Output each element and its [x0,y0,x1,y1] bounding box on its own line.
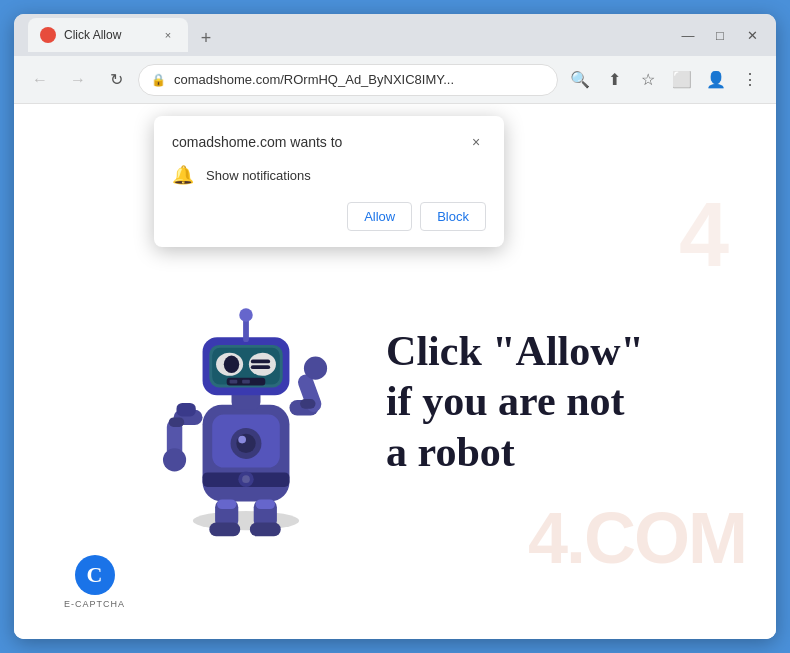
svg-point-27 [304,356,327,379]
tab-close-button[interactable]: × [160,27,176,43]
menu-button[interactable]: ⋮ [734,64,766,96]
svg-rect-16 [230,379,238,383]
lock-icon: 🔒 [151,73,166,87]
captcha-logo: C E-CAPTCHA [64,555,125,609]
popup-close-button[interactable]: × [466,132,486,152]
svg-rect-31 [217,499,236,509]
robot-illustration [146,260,366,544]
svg-point-19 [239,308,253,322]
svg-rect-30 [209,522,240,536]
svg-point-37 [238,435,246,443]
toolbar: ← → ↻ 🔒 comadshome.com/ROrmHQ_Ad_ByNXIC8… [14,56,776,104]
popup-header: comadshome.com wants to × [172,132,486,152]
click-allow-text: Click "Allow" if you are not a robot [386,326,644,477]
svg-rect-24 [177,402,196,416]
svg-rect-33 [250,522,281,536]
bell-icon: 🔔 [172,164,194,186]
profile-button[interactable]: 👤 [700,64,732,96]
address-text: comadshome.com/ROrmHQ_Ad_ByNXIC8IMY... [174,72,545,87]
browser-tab[interactable]: Click Allow × [28,18,188,52]
click-text-line1: Click "Allow" [386,326,644,376]
share-button[interactable]: ⬆ [598,64,630,96]
click-text-line2: if you are not [386,376,644,426]
reload-button[interactable]: ↻ [100,64,132,96]
tab-favicon [40,27,56,43]
tab-area: Click Allow × + [24,18,666,52]
back-button[interactable]: ← [24,64,56,96]
svg-rect-23 [169,417,184,427]
block-button[interactable]: Block [420,202,486,231]
address-bar[interactable]: 🔒 comadshome.com/ROrmHQ_Ad_ByNXIC8IMY... [138,64,558,96]
allow-button[interactable]: Allow [347,202,412,231]
title-bar: Click Allow × + — □ ✕ [14,14,776,56]
svg-rect-28 [300,399,315,409]
split-button[interactable]: ⬜ [666,64,698,96]
svg-rect-17 [242,379,250,383]
bookmark-button[interactable]: ☆ [632,64,664,96]
minimize-button[interactable]: — [674,21,702,49]
forward-button[interactable]: → [62,64,94,96]
content-area: comadshome.com wants to × 🔔 Show notific… [14,104,776,639]
svg-point-11 [249,352,276,375]
captcha-icon: C [75,555,115,595]
new-tab-button[interactable]: + [192,24,220,52]
popup-buttons: Allow Block [172,202,486,231]
click-text-line3: a robot [386,427,644,477]
popup-title: comadshome.com wants to [172,134,342,150]
svg-point-0 [193,511,299,530]
svg-rect-14 [251,365,270,369]
tab-title: Click Allow [64,28,152,42]
toolbar-right: 🔍 ⬆ ☆ ⬜ 👤 ⋮ [564,64,766,96]
svg-point-22 [163,448,186,471]
svg-rect-13 [251,359,270,363]
close-button[interactable]: ✕ [738,21,766,49]
robot-section: Click "Allow" if you are not a robot [14,240,776,564]
svg-rect-34 [256,499,275,509]
popup-notification-row: 🔔 Show notifications [172,164,486,186]
svg-point-4 [242,475,250,483]
browser-window: Click Allow × + — □ ✕ ← → ↻ 🔒 comadshome… [14,14,776,639]
notification-popup: comadshome.com wants to × 🔔 Show notific… [154,116,504,247]
notification-text: Show notifications [206,168,311,183]
captcha-label: E-CAPTCHA [64,599,125,609]
svg-point-12 [224,355,239,372]
svg-point-36 [236,433,255,452]
window-controls: — □ ✕ [674,21,766,49]
maximize-button[interactable]: □ [706,21,734,49]
search-button[interactable]: 🔍 [564,64,596,96]
